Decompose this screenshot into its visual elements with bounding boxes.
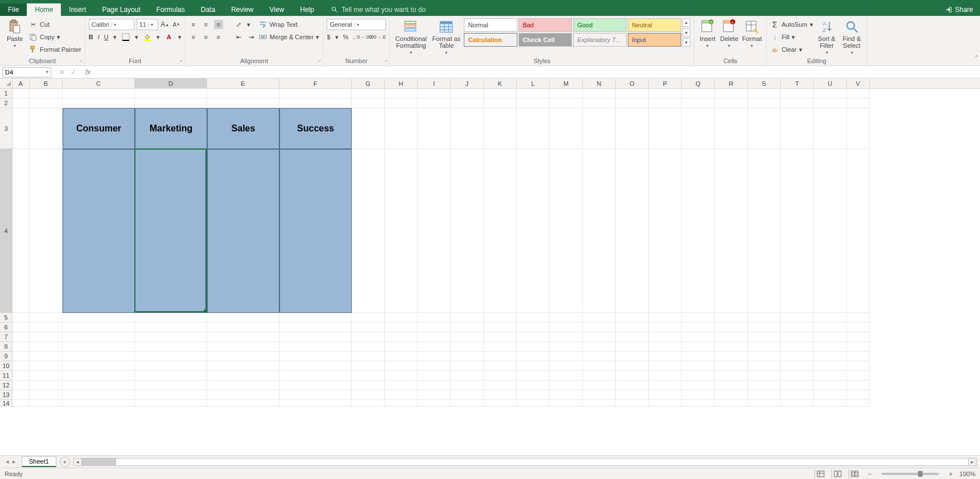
cell-T12[interactable] xyxy=(781,381,814,390)
cell-K1[interactable] xyxy=(484,89,517,98)
cell-L12[interactable] xyxy=(517,381,550,390)
cell-O11[interactable] xyxy=(616,371,649,381)
cell-J11[interactable] xyxy=(451,371,484,381)
cell-K2[interactable] xyxy=(484,98,517,108)
cell-U9[interactable] xyxy=(814,352,847,361)
cell-J3[interactable] xyxy=(451,108,484,149)
cell-T8[interactable] xyxy=(781,342,814,352)
cell-V10[interactable] xyxy=(847,361,870,371)
cell-J4[interactable] xyxy=(451,149,484,313)
cell-L8[interactable] xyxy=(517,342,550,352)
cell-V11[interactable] xyxy=(847,371,870,381)
cell-G5[interactable] xyxy=(352,313,385,323)
cell-C6[interactable] xyxy=(63,323,135,332)
cell-S7[interactable] xyxy=(748,332,781,342)
view-page-break-button[interactable] xyxy=(849,469,861,478)
align-top-icon[interactable]: ≡ xyxy=(189,20,198,29)
cell-P1[interactable] xyxy=(649,89,682,98)
cell-H5[interactable] xyxy=(385,313,418,323)
col-header-K[interactable]: K xyxy=(484,79,517,88)
cell-D6[interactable] xyxy=(135,323,207,332)
cell-G9[interactable] xyxy=(352,352,385,361)
style-calculation[interactable]: Calculation xyxy=(464,33,517,47)
cell-V8[interactable] xyxy=(847,342,870,352)
font-color-button[interactable]: A xyxy=(164,32,174,42)
cell-K7[interactable] xyxy=(484,332,517,342)
increase-decimal-icon[interactable]: .0→.00 xyxy=(359,32,368,42)
style-good[interactable]: Good xyxy=(573,18,627,32)
tab-help[interactable]: Help xyxy=(292,3,322,16)
format-painter-button[interactable]: Format Painter xyxy=(28,44,81,55)
underline-button[interactable]: U xyxy=(104,34,109,40)
style-neutral[interactable]: Neutral xyxy=(628,18,681,32)
zoom-level[interactable]: 100% xyxy=(960,470,975,477)
cell-P9[interactable] xyxy=(649,352,682,361)
row-header-3[interactable]: 3 xyxy=(0,108,13,149)
cell-Q14[interactable] xyxy=(682,400,715,407)
col-header-B[interactable]: B xyxy=(30,79,63,88)
cell-E14[interactable] xyxy=(207,400,279,407)
format-as-table-button[interactable]: Format as Table▾ xyxy=(431,18,462,56)
cell-A13[interactable] xyxy=(13,390,30,400)
col-header-Q[interactable]: Q xyxy=(682,79,715,88)
cell-F5[interactable] xyxy=(279,313,352,323)
cell-T9[interactable] xyxy=(781,352,814,361)
col-header-S[interactable]: S xyxy=(748,79,781,88)
orientation-icon[interactable]: ⤢ xyxy=(234,20,244,29)
cell-R4[interactable] xyxy=(715,149,748,313)
cell-H13[interactable] xyxy=(385,390,418,400)
cell-J8[interactable] xyxy=(451,342,484,352)
row-header-1[interactable]: 1 xyxy=(0,89,13,98)
cell-S11[interactable] xyxy=(748,371,781,381)
cell-I8[interactable] xyxy=(418,342,451,352)
cell-M3[interactable] xyxy=(550,108,583,149)
cell-J13[interactable] xyxy=(451,390,484,400)
cell-K5[interactable] xyxy=(484,313,517,323)
cell-N4[interactable] xyxy=(583,149,616,313)
col-header-I[interactable]: I xyxy=(418,79,451,88)
percent-button[interactable]: % xyxy=(343,34,349,40)
cell-V7[interactable] xyxy=(847,332,870,342)
cell-U1[interactable] xyxy=(814,89,847,98)
cell-N8[interactable] xyxy=(583,342,616,352)
cell-C10[interactable] xyxy=(63,361,135,371)
cell-N2[interactable] xyxy=(583,98,616,108)
cell-O8[interactable] xyxy=(616,342,649,352)
decrease-indent-icon[interactable]: ⇤ xyxy=(234,32,244,42)
cell-R10[interactable] xyxy=(715,361,748,371)
cell-C9[interactable] xyxy=(63,352,135,361)
cell-M1[interactable] xyxy=(550,89,583,98)
cell-L4[interactable] xyxy=(517,149,550,313)
cell-K6[interactable] xyxy=(484,323,517,332)
col-header-O[interactable]: O xyxy=(616,79,649,88)
cell-R12[interactable] xyxy=(715,381,748,390)
cell-F13[interactable] xyxy=(279,390,352,400)
cell-L2[interactable] xyxy=(517,98,550,108)
merge-center-button[interactable]: Merge & Center▾ xyxy=(258,31,320,43)
cell-P11[interactable] xyxy=(649,371,682,381)
find-select-button[interactable]: Find & Select▾ xyxy=(841,18,863,56)
fx-icon[interactable]: fx xyxy=(82,68,94,76)
col-header-V[interactable]: V xyxy=(847,79,870,88)
cell-T4[interactable] xyxy=(781,149,814,313)
cell-B10[interactable] xyxy=(30,361,63,371)
cell-U11[interactable] xyxy=(814,371,847,381)
share-button[interactable]: Share xyxy=(938,6,980,14)
cell-G4[interactable] xyxy=(352,149,385,313)
cell-U14[interactable] xyxy=(814,400,847,407)
delete-cells-button[interactable]: ×Delete▾ xyxy=(719,18,739,49)
cell-V14[interactable] xyxy=(847,400,870,407)
cell-O14[interactable] xyxy=(616,400,649,407)
cell-R2[interactable] xyxy=(715,98,748,108)
cell-K9[interactable] xyxy=(484,352,517,361)
cell-M7[interactable] xyxy=(550,332,583,342)
format-cells-button[interactable]: Format▾ xyxy=(741,18,763,49)
cell-I13[interactable] xyxy=(418,390,451,400)
cell-E13[interactable] xyxy=(207,390,279,400)
number-format-select[interactable]: General▾ xyxy=(327,19,386,30)
fill-button[interactable]: ↓Fill▾ xyxy=(770,31,813,43)
cell-I11[interactable] xyxy=(418,371,451,381)
cell-M8[interactable] xyxy=(550,342,583,352)
cell-H14[interactable] xyxy=(385,400,418,407)
cell-C14[interactable] xyxy=(63,400,135,407)
